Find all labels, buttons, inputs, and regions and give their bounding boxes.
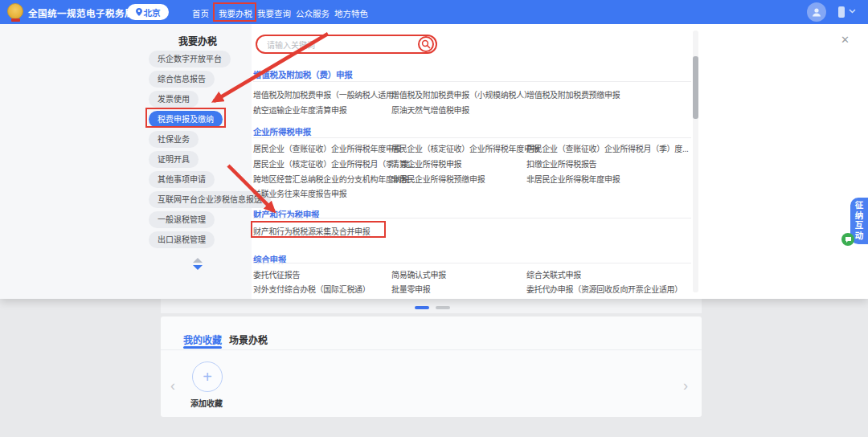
link-row: 委托代征报告 简易确认式申报 综合关联式申报: [253, 268, 691, 280]
scrollbar-thumb[interactable]: [693, 56, 698, 119]
favorites-card: 我的收藏 场景办税 ‹ › + 添加收藏: [161, 317, 702, 417]
link-batch-zero-declaration[interactable]: 批量零申报: [391, 283, 431, 295]
sidebar-item-leqi-platform[interactable]: 乐企数字开放平台: [149, 51, 231, 67]
link-resident-audit-monthly[interactable]: 居民企业（查账征收）企业所得税月（季）度...: [526, 142, 688, 154]
link-entrusted-collection-report[interactable]: 委托代征报告: [253, 268, 300, 280]
link-row: 对外支付综合办税（国际汇税通） 批量零申报 委托代办申报（资源回收反向开票企业适…: [253, 283, 691, 294]
link-row: 航空运输企业年度清算申报 原油天然气增值税申报: [253, 104, 691, 115]
tax-interaction-label: 征纳互动: [854, 201, 866, 241]
carousel-dot-active[interactable]: [415, 306, 429, 309]
link-air-transport-annual[interactable]: 航空运输企业年度清算申报: [253, 104, 346, 116]
chevron-down-icon[interactable]: [849, 9, 856, 14]
sidebar-item-social-security[interactable]: 社保业务: [149, 131, 199, 148]
sidebar-item-certificate-issuance[interactable]: 证明开具: [149, 151, 199, 168]
sidebar-item-tax-declaration-payment[interactable]: 税费申报及缴纳: [149, 111, 223, 128]
link-resident-audit-annual[interactable]: 居民企业（查账征收）企业所得税年度申报: [253, 142, 401, 154]
link-row: 财产和行为税税源采集及合并申报: [253, 225, 691, 236]
scroll-right-icon[interactable]: ›: [683, 378, 688, 394]
section-divider: [253, 81, 691, 82]
scroll-left-icon[interactable]: ‹: [170, 378, 175, 394]
link-related-party-annual-report[interactable]: 关联业务往来年度报告申报: [253, 187, 346, 199]
nav-home[interactable]: 首页: [192, 7, 209, 19]
link-row: 跨地区经营汇总纳税企业的分支机构年度纳税... 非居民企业所得税预缴申报 非居民…: [253, 173, 691, 184]
location-selector[interactable]: 北京: [127, 4, 169, 20]
link-nonresident-prepayment[interactable]: 非居民企业所得税预缴申报: [391, 173, 485, 185]
carousel-bottom-strip: [161, 299, 702, 313]
link-entrusted-agent-declaration[interactable]: 委托代办申报（资源回收反向开票企业适用）: [526, 283, 682, 295]
user-avatar[interactable]: [807, 2, 826, 22]
close-icon[interactable]: ✕: [841, 34, 850, 46]
link-row: 增值税及附加税费申报（一般纳税人适用） 增值税及附加税费申报（小规模纳税人） 增…: [253, 88, 691, 100]
link-vat-prepayment[interactable]: 增值税及附加税费预缴申报: [526, 88, 620, 100]
link-withholding-cit-report[interactable]: 扣缴企业所得税报告: [526, 157, 596, 169]
etax-page: { "colors":{"topbar":"#3d77f2","accent":…: [0, 0, 868, 437]
emblem-ribbon: [11, 18, 20, 22]
link-resident-verified-annual[interactable]: 居民企业（核定征收）企业所得税年度申报: [391, 142, 539, 154]
link-crude-oil-gas-vat[interactable]: 原油天然气增值税申报: [391, 104, 469, 116]
menu-content: 增值税及附加税（费）申报 增值税及附加税费申报（一般纳税人适用） 增值税及附加税…: [253, 24, 691, 299]
interaction-chat-icon[interactable]: [841, 233, 854, 246]
section-title-vat: 增值税及附加税（费）申报: [253, 68, 353, 80]
sidebar-page-up-icon[interactable]: [193, 258, 203, 263]
carousel-dot[interactable]: [436, 306, 450, 309]
sidebar-item-other-matters[interactable]: 其他事项申请: [149, 171, 215, 188]
section-divider: [253, 137, 691, 138]
tabs-divider: [161, 349, 702, 350]
nav-i-want-to-query[interactable]: 我要查询: [257, 7, 291, 19]
link-vat-general-taxpayer[interactable]: 增值税及附加税费申报（一般纳税人适用）: [253, 88, 401, 100]
sidebar-item-export-tax-refund[interactable]: 出口退税管理: [149, 231, 215, 248]
location-label: 北京: [144, 6, 161, 18]
nav-i-want-to-file-tax[interactable]: 我要办税: [219, 7, 252, 19]
sidebar-item-general-tax-refund[interactable]: 一般退税管理: [149, 211, 215, 228]
section-title-corporate-income-tax: 企业所得税申报: [253, 125, 311, 137]
tab-my-favorites[interactable]: 我的收藏: [183, 333, 222, 346]
sidebar-title: 我要办税: [178, 34, 217, 47]
nav-public-services[interactable]: 公众服务: [296, 7, 330, 19]
sidebar-item-comprehensive-info-report[interactable]: 综合信息报告: [149, 71, 215, 88]
national-emblem-logo: [7, 3, 23, 19]
link-comprehensive-linked-declaration[interactable]: 综合关联式申报: [526, 268, 581, 280]
link-row: 居民企业（查账征收）企业所得税年度申报 居民企业（核定征收）企业所得税年度申报 …: [253, 142, 691, 153]
section-divider: [253, 263, 691, 263]
nav-local-features[interactable]: 地方特色: [334, 7, 368, 19]
link-row: 居民企业（核定征收）企业所得税月（季）度... 清算企业所得税申报 扣缴企业所得…: [253, 157, 691, 169]
section-divider: [253, 218, 691, 218]
person-icon: [811, 6, 822, 18]
sidebar-item-invoice-use[interactable]: 发票使用: [149, 91, 199, 108]
active-tab-underline: [183, 346, 222, 349]
link-row: 关联业务往来年度报告申报: [253, 187, 691, 198]
location-pin-icon: [136, 8, 142, 16]
site-title: 全国统一规范电子税务局: [28, 6, 134, 19]
link-simple-confirmation-declaration[interactable]: 简易确认式申报: [391, 268, 446, 280]
top-navigation-bar: 全国统一规范电子税务局 北京 首页 我要办税 我要查询 公众服务 地方特色: [0, 0, 868, 24]
sidebar-page-down-icon[interactable]: [193, 265, 203, 270]
add-favorite-button[interactable]: +: [192, 361, 223, 392]
link-liquidation-cit[interactable]: 清算企业所得税申报: [391, 157, 461, 169]
link-nonresident-annual[interactable]: 非居民企业所得税年度申报: [526, 173, 620, 185]
link-vat-small-scale[interactable]: 增值税及附加税费申报（小规模纳税人）: [391, 88, 532, 100]
link-outbound-payment-tax[interactable]: 对外支付综合办税（国际汇税通）: [253, 283, 371, 295]
tax-filing-mega-menu: 我要办税 乐企数字开放平台 综合信息报告 发票使用 税费申报及缴纳 社保业务 证…: [0, 24, 868, 299]
add-favorite-label: 添加收藏: [190, 397, 223, 409]
link-property-behavior-tax-combined-declaration[interactable]: 财产和行为税税源采集及合并申报: [253, 225, 371, 237]
mobile-app-icon[interactable]: [838, 6, 845, 18]
tab-scenario-tax[interactable]: 场景办税: [229, 333, 268, 346]
